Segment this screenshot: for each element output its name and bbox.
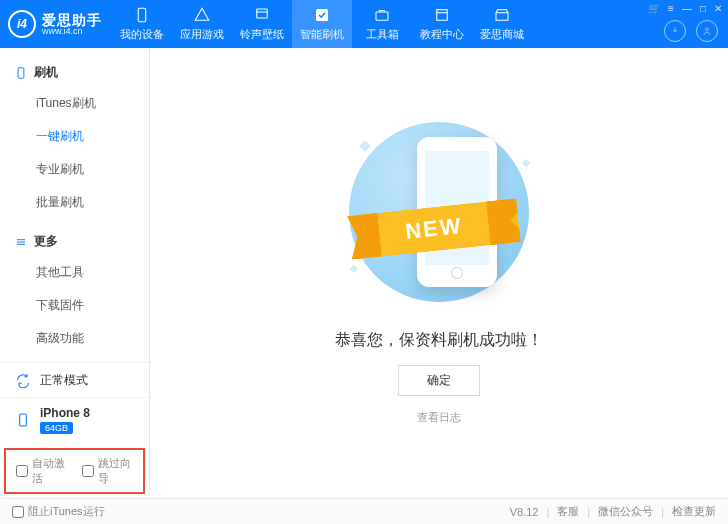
ok-button[interactable]: 确定 bbox=[398, 365, 480, 396]
sidebar: 刷机 iTunes刷机 一键刷机 专业刷机 批量刷机 更多 其他工具 下载固件 … bbox=[0, 48, 150, 498]
nav-label: 我的设备 bbox=[120, 27, 164, 42]
svg-point-5 bbox=[706, 28, 709, 31]
sidebar-item-other-tools[interactable]: 其他工具 bbox=[0, 256, 149, 289]
refresh-icon bbox=[14, 371, 32, 389]
wechat-link[interactable]: 微信公众号 bbox=[598, 504, 653, 519]
minimize-icon[interactable]: — bbox=[682, 3, 692, 14]
footer: 阻止iTunes运行 V8.12 | 客服 | 微信公众号 | 检查更新 bbox=[0, 498, 728, 524]
sidebar-group-more: 更多 bbox=[0, 227, 149, 256]
success-message: 恭喜您，保资料刷机成功啦！ bbox=[335, 330, 543, 351]
download-button[interactable] bbox=[664, 20, 686, 42]
nav-tutorial[interactable]: 教程中心 bbox=[412, 0, 472, 48]
svg-rect-1 bbox=[257, 9, 268, 18]
nav-ringtone[interactable]: 铃声壁纸 bbox=[232, 0, 292, 48]
svg-rect-2 bbox=[316, 9, 328, 21]
music-icon bbox=[253, 6, 271, 24]
group-title: 更多 bbox=[34, 233, 58, 250]
app-name: 爱思助手 bbox=[42, 13, 102, 27]
checkbox-label: 阻止iTunes运行 bbox=[28, 504, 105, 519]
nav-label: 工具箱 bbox=[366, 27, 399, 42]
success-illustration: NEW bbox=[339, 112, 539, 312]
main-content: NEW 恭喜您，保资料刷机成功啦！ 确定 查看日志 bbox=[150, 48, 728, 498]
status-label: 正常模式 bbox=[40, 372, 88, 389]
nav-label: 教程中心 bbox=[420, 27, 464, 42]
sidebar-device[interactable]: iPhone 8 64GB bbox=[0, 397, 149, 442]
block-itunes-checkbox[interactable]: 阻止iTunes运行 bbox=[12, 504, 105, 519]
svg-rect-4 bbox=[437, 10, 448, 21]
svg-rect-0 bbox=[138, 8, 146, 22]
cart-icon[interactable]: 🛒 bbox=[648, 3, 660, 14]
device-icon bbox=[14, 411, 32, 429]
storage-badge: 64GB bbox=[40, 422, 73, 434]
close-icon[interactable]: ✕ bbox=[714, 3, 722, 14]
sidebar-item-oneclick-flash[interactable]: 一键刷机 bbox=[0, 120, 149, 153]
top-nav: 我的设备 应用游戏 铃声壁纸 智能刷机 工具箱 教程中心 爱思商城 bbox=[112, 0, 532, 48]
update-link[interactable]: 检查更新 bbox=[672, 504, 716, 519]
nav-toolbox[interactable]: 工具箱 bbox=[352, 0, 412, 48]
header-actions bbox=[664, 20, 718, 42]
group-title: 刷机 bbox=[34, 64, 58, 81]
nav-label: 智能刷机 bbox=[300, 27, 344, 42]
sidebar-item-advanced[interactable]: 高级功能 bbox=[0, 322, 149, 355]
sidebar-item-pro-flash[interactable]: 专业刷机 bbox=[0, 153, 149, 186]
support-link[interactable]: 客服 bbox=[557, 504, 579, 519]
nav-my-device[interactable]: 我的设备 bbox=[112, 0, 172, 48]
logo-icon: i4 bbox=[8, 10, 36, 38]
store-icon bbox=[493, 6, 511, 24]
sidebar-item-batch-flash[interactable]: 批量刷机 bbox=[0, 186, 149, 219]
more-icon bbox=[14, 235, 28, 249]
flash-icon bbox=[313, 6, 331, 24]
app-icon bbox=[193, 6, 211, 24]
body: 刷机 iTunes刷机 一键刷机 专业刷机 批量刷机 更多 其他工具 下载固件 … bbox=[0, 48, 728, 498]
view-log-link[interactable]: 查看日志 bbox=[417, 410, 461, 425]
book-icon bbox=[433, 6, 451, 24]
maximize-icon[interactable]: □ bbox=[700, 3, 706, 14]
svg-rect-7 bbox=[20, 414, 27, 426]
device-name: iPhone 8 bbox=[40, 406, 90, 420]
version-label: V8.12 bbox=[510, 506, 539, 518]
toolbox-icon bbox=[373, 6, 391, 24]
svg-rect-3 bbox=[376, 12, 388, 20]
header: i4 爱思助手 www.i4.cn 我的设备 应用游戏 铃声壁纸 智能刷机 工具… bbox=[0, 0, 728, 48]
sidebar-status[interactable]: 正常模式 bbox=[0, 363, 149, 397]
checkbox-label: 跳过向导 bbox=[98, 456, 134, 486]
auto-activate-checkbox[interactable]: 自动激活 bbox=[16, 456, 68, 486]
sidebar-item-download-fw[interactable]: 下载固件 bbox=[0, 289, 149, 322]
nav-label: 应用游戏 bbox=[180, 27, 224, 42]
window-controls: 🛒 ≡ — □ ✕ bbox=[648, 3, 722, 14]
nav-store[interactable]: 爱思商城 bbox=[472, 0, 532, 48]
svg-rect-6 bbox=[18, 67, 24, 78]
sidebar-item-itunes-flash[interactable]: iTunes刷机 bbox=[0, 87, 149, 120]
sidebar-check-highlight: 自动激活 跳过向导 bbox=[4, 448, 145, 494]
phone-icon bbox=[14, 66, 28, 80]
logo[interactable]: i4 爱思助手 www.i4.cn bbox=[8, 10, 112, 38]
nav-label: 铃声壁纸 bbox=[240, 27, 284, 42]
checkbox-label: 自动激活 bbox=[32, 456, 68, 486]
device-icon bbox=[133, 6, 151, 24]
nav-apps[interactable]: 应用游戏 bbox=[172, 0, 232, 48]
skip-guide-checkbox[interactable]: 跳过向导 bbox=[82, 456, 134, 486]
user-button[interactable] bbox=[696, 20, 718, 42]
sidebar-group-flash: 刷机 bbox=[0, 58, 149, 87]
app-url: www.i4.cn bbox=[42, 27, 102, 36]
nav-label: 爱思商城 bbox=[480, 27, 524, 42]
nav-flash[interactable]: 智能刷机 bbox=[292, 0, 352, 48]
menu-icon[interactable]: ≡ bbox=[668, 3, 674, 14]
